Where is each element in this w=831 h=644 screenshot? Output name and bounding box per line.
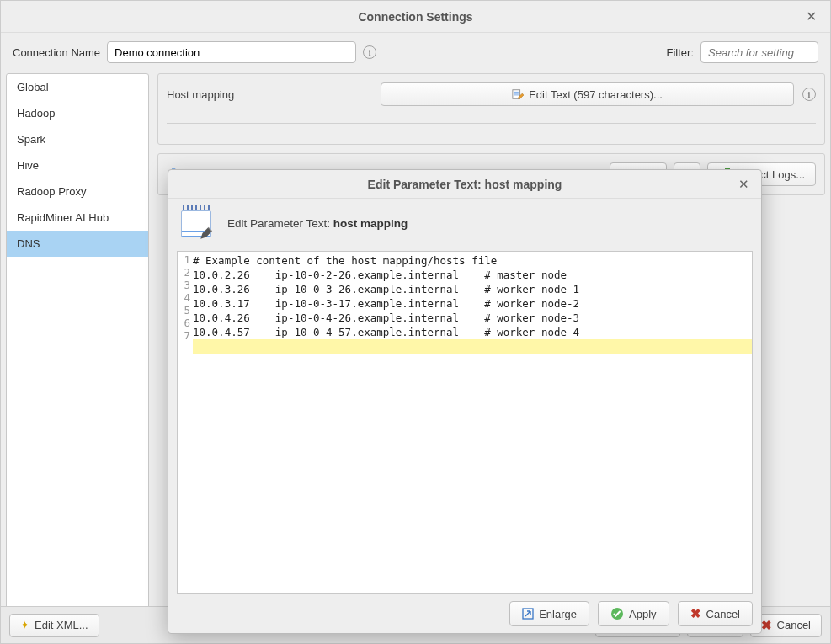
sidebar-item-global[interactable]: Global [7,74,148,100]
edit-xml-label: Edit XML... [35,619,88,631]
sidebar-item-label: Spark [17,133,45,146]
dialog-cancel-label: Cancel [706,608,740,620]
connection-header-row: Connection Name i Filter: [1,33,830,73]
sidebar-item-spark[interactable]: Spark [7,126,148,152]
dialog-button-row: Enlarge Apply ✖ Cancel [168,594,761,633]
dialog-titlebar: Edit Parameter Text: host mapping ✕ [168,170,761,199]
connection-settings-window: Connection Settings ✕ Connection Name i … [0,0,831,644]
dialog-header: Edit Parameter Text: host mapping [168,199,761,251]
filter-input[interactable] [700,41,818,63]
editor-gutter: 1234567 [178,252,193,593]
dialog-heading: Edit Parameter Text: host mapping [227,217,408,230]
edit-parameter-dialog: Edit Parameter Text: host mapping ✕ Edit… [168,169,762,634]
enlarge-button[interactable]: Enlarge [509,601,589,626]
sidebar-item-dns[interactable]: DNS [7,231,148,257]
close-icon: ✖ [690,606,701,621]
cancel-label: Cancel [777,619,811,631]
sidebar: Global Hadoop Spark Hive Radoop Proxy Ra… [6,73,149,612]
sidebar-item-label: DNS [17,237,40,250]
wand-icon: ✦ [20,619,29,631]
window-titlebar: Connection Settings ✕ [1,1,830,33]
editor-content[interactable]: # Example content of the host mapping/ho… [193,252,752,593]
sidebar-item-hadoop[interactable]: Hadoop [7,100,148,126]
text-editor[interactable]: 1234567 # Example content of the host ma… [177,251,753,594]
sidebar-item-radoop-proxy[interactable]: Radoop Proxy [7,178,148,205]
sidebar-item-label: Hadoop [17,107,56,120]
apply-label: Apply [629,608,657,620]
filter-label: Filter: [667,46,695,59]
info-icon[interactable]: i [802,88,816,101]
enlarge-label: Enlarge [539,608,577,620]
dialog-heading-bold: host mapping [333,217,408,230]
close-icon: ✖ [761,618,772,633]
dialog-heading-prefix: Edit Parameter Text: [227,217,333,230]
apply-button[interactable]: Apply [598,601,669,626]
enlarge-icon [522,608,534,620]
sidebar-item-label: Radoop Proxy [17,185,86,198]
edit-text-button[interactable]: Edit Text (597 characters)... [381,82,794,106]
host-mapping-panel: Host mapping Edit Text (597 characters).… [157,73,825,145]
dialog-cancel-button[interactable]: ✖ Cancel [678,601,753,626]
sidebar-item-label: Global [17,81,49,93]
host-mapping-label: Host mapping [167,88,372,101]
close-icon[interactable]: ✕ [803,9,818,24]
close-icon[interactable]: ✕ [736,177,751,192]
sidebar-item-label: RapidMiner AI Hub [17,211,109,224]
check-icon [610,607,624,620]
connection-name-input[interactable] [107,41,356,63]
sidebar-item-ai-hub[interactable]: RapidMiner AI Hub [7,205,148,231]
info-icon[interactable]: i [363,45,376,59]
connection-name-label: Connection Name [13,46,100,59]
edit-text-icon [512,88,524,100]
edit-xml-button[interactable]: ✦ Edit XML... [9,614,99,637]
sidebar-item-hive[interactable]: Hive [7,152,148,178]
window-title: Connection Settings [358,10,472,24]
sidebar-item-label: Hive [17,159,39,172]
edit-text-button-label: Edit Text (597 characters)... [529,88,663,101]
dialog-title: Edit Parameter Text: host mapping [368,178,562,191]
notepad-icon [180,207,212,239]
